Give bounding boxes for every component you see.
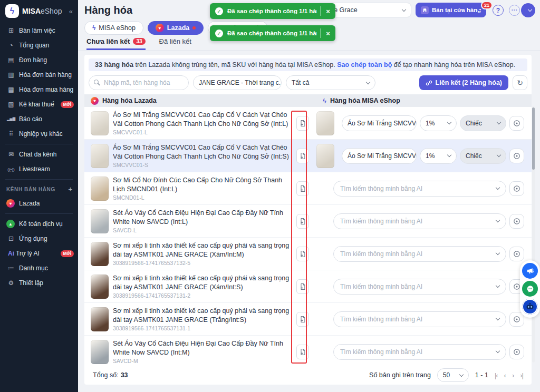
toast-close-icon[interactable]: ×	[321, 7, 335, 15]
copy-product-button[interactable]	[296, 214, 309, 229]
toast-close-icon[interactable]: ×	[321, 30, 335, 37]
add-channel-button[interactable]: +	[68, 185, 73, 193]
table-row[interactable]: Áo Sơ Mi Trắng SMCVVC01 Cao Cấp Cổ V Các…	[84, 140, 532, 172]
store-filter-select[interactable]: JANE GRACE - Thời trang c...	[193, 75, 282, 90]
linked-product-input[interactable]: Áo Sơ Mi Trắng SMCVVC01 Cao Cấp C	[342, 115, 417, 131]
tab-lazada[interactable]: ♥ Lazada	[148, 21, 204, 35]
misa-product-cell: Áo Sơ Mi Trắng SMCVVC01 Cao Cấp C1%Chiếc	[314, 144, 532, 168]
sidebar-item-ai-assistant[interactable]: AiTrợ lý AIMới	[0, 246, 78, 261]
ai-search-select[interactable]: Tìm kiếm thông minh bằng AI	[333, 311, 506, 327]
product-name: Sơ mi xếp li tinh xảo thiết kế cao cấp q…	[113, 241, 291, 259]
copy-all-link[interactable]: Sao chép toàn bộ	[337, 61, 392, 68]
row-action-button[interactable]	[509, 181, 524, 196]
chevron-down-icon	[527, 7, 532, 12]
sidebar-item-other-operations[interactable]: ⠿Nghiệp vụ khác	[0, 126, 78, 141]
ai-search-select[interactable]: Tìm kiếm thông minh bằng AI	[333, 213, 506, 229]
lazada-product-cell: Sơ Mi Cổ Nơ Đính Cúc Cao Cấp Cho Nữ Công…	[84, 176, 314, 201]
link-button-label: Liên kết (2 Hàng hóa)	[436, 79, 502, 86]
sidebar-item-apps[interactable]: ⊡Ứng dụng	[0, 231, 78, 246]
row-action-button[interactable]	[509, 149, 524, 163]
sidebar-item-reports[interactable]: ▂▅▇Báo cáo	[0, 112, 78, 126]
last-page-button[interactable]: ›|	[520, 371, 523, 379]
sidebar-section-label: KÊNH BÁN HÀNG+	[0, 182, 78, 196]
support-chat-icon[interactable]	[522, 281, 538, 297]
scrollbar-thumb[interactable]	[532, 107, 535, 170]
help-icon[interactable]: ?	[493, 5, 504, 16]
ai-search-select[interactable]: Tìm kiếm thông minh bằng AI	[333, 181, 506, 197]
tab-misa-eshop[interactable]: ϟ MISA eShop	[84, 21, 143, 35]
row-action-button[interactable]	[509, 116, 524, 131]
copy-product-button[interactable]	[296, 149, 309, 163]
copy-product-button[interactable]	[296, 247, 309, 261]
chevron-down-icon	[496, 283, 500, 288]
table-row[interactable]: Sơ Mi Cổ Nơ Đính Cúc Cao Cấp Cho Nữ Công…	[84, 172, 532, 205]
table-row[interactable]: Sét Áo Váy Cổ Cách Điệu Hiện Đại Cao Cấp…	[84, 205, 532, 238]
link-button[interactable]: Liên kết (2 Hàng hóa)	[419, 75, 508, 90]
copy-product-button[interactable]	[296, 116, 309, 131]
product-thumbnail	[91, 111, 109, 135]
announcement-megaphone-icon[interactable]	[522, 263, 538, 279]
notification-bell-icon[interactable]: 21	[476, 4, 488, 16]
lazada-product-cell: Áo Sơ Mi Trắng SMCVVC01 Cao Cấp Cổ V Các…	[84, 143, 314, 168]
ai-search-select[interactable]: Tìm kiếm thông minh bằng AI	[333, 344, 506, 360]
scrollbar[interactable]	[532, 106, 535, 362]
total-value: 33	[121, 371, 128, 379]
refresh-button[interactable]: ↻	[513, 75, 527, 90]
chevron-down-icon	[496, 349, 500, 353]
tax-select[interactable]: 1%	[420, 115, 457, 131]
sidebar-item-omnichannel-chat[interactable]: ✉Chat đa kênh	[0, 147, 78, 162]
sidebar-item-sales-invoice[interactable]: ▥Hóa đơn bán hàng	[0, 67, 78, 82]
sidebar-item-accounting-service[interactable]: ▲Kế toán dịch vụ	[0, 217, 78, 231]
product-name: Sơ mi xếp li tinh xảo thiết kế cao cấp q…	[113, 307, 291, 324]
copy-product-button[interactable]	[296, 279, 309, 294]
table-row[interactable]: Sét Áo Váy Cổ Cách Điệu Hiện Đại Cao Cấp…	[84, 336, 532, 366]
table-row[interactable]: Áo Sơ Mi Trắng SMCVVC01 Cao Cấp Cổ V Các…	[84, 107, 532, 140]
table-row[interactable]: Sơ mi xếp li tinh xảo thiết kế cao cấp q…	[84, 238, 532, 270]
prev-page-button[interactable]: ‹	[504, 371, 506, 379]
next-page-button[interactable]: ›	[512, 371, 514, 379]
sidebar-item-settings[interactable]: ⚙Thiết lập	[0, 276, 78, 290]
success-check-icon: ✓	[215, 30, 223, 37]
copy-product-button[interactable]	[296, 312, 309, 327]
lazada-product-cell: Áo Sơ Mi Trắng SMCVVC01 Cao Cấp Cổ V Các…	[84, 111, 314, 135]
sidebar-item-categories[interactable]: ≔Danh mục	[0, 261, 78, 276]
more-icon[interactable]: ⋯	[509, 5, 520, 16]
unit-value: Chiếc	[466, 152, 482, 160]
ai-search-select[interactable]: Tìm kiếm thông minh bằng AI	[333, 279, 506, 295]
filter-bar: JANE GRACE - Thời trang c... Tất cả Liên…	[89, 75, 527, 90]
sidebar-item-orders[interactable]: ▤Đơn hàng	[0, 53, 78, 67]
content-card: 33 hàng hóa trên Lazada không trùng tên,…	[84, 55, 532, 385]
sidebar-item-overview[interactable]: ◔Tổng quan	[0, 38, 78, 53]
table-row[interactable]: Sơ mi xếp li tinh xảo thiết kế cao cấp q…	[84, 270, 532, 303]
product-name: Sơ mi xếp li tinh xảo thiết kế cao cấp q…	[113, 274, 291, 291]
copy-product-button[interactable]	[296, 181, 309, 196]
user-avatar[interactable]	[521, 3, 535, 17]
chevron-down-icon	[402, 7, 406, 11]
tab-linked[interactable]: Đã liên kết	[159, 37, 191, 50]
sidebar-item-tax-declaration[interactable]: ▧Kê khai thuếMới	[0, 97, 78, 112]
linked-product-input[interactable]: Áo Sơ Mi Trắng SMCVVC01 Cao Cấp C	[342, 148, 417, 164]
sidebar-item-purchase-invoice[interactable]: ▦Hóa đơn mua hàng	[0, 82, 78, 97]
unit-select[interactable]: Chiếc	[460, 148, 506, 164]
ai-search-select[interactable]: Tìm kiếm thông minh bằng AI	[333, 246, 506, 262]
chevron-down-icon	[497, 153, 501, 157]
row-action-button[interactable]	[509, 214, 524, 229]
page-size-select[interactable]: 50	[437, 368, 469, 382]
copy-product-button[interactable]	[296, 345, 309, 359]
row-action-button[interactable]	[509, 247, 524, 261]
first-page-button[interactable]: |‹	[495, 371, 498, 379]
unit-select[interactable]: Chiếc	[460, 115, 506, 131]
search-box	[89, 75, 189, 90]
ai-chatbot-icon[interactable]	[522, 299, 538, 315]
tax-select[interactable]: 1%	[420, 148, 457, 164]
status-filter-select[interactable]: Tất cả	[286, 75, 375, 90]
sidebar-collapse-icon[interactable]: «	[68, 7, 74, 15]
sidebar-item-livestream[interactable]: ((•))Livestream	[0, 162, 78, 177]
table-row[interactable]: Sơ mi xếp li tinh xảo thiết kế cao cấp q…	[84, 303, 532, 336]
search-input[interactable]	[89, 75, 189, 90]
tab-unlinked[interactable]: Chưa liên kết 33	[86, 37, 146, 50]
sidebar-item-lazada[interactable]: ♥Lazada	[0, 196, 78, 211]
ai-search-placeholder: Tìm kiếm thông minh bằng AI	[340, 348, 422, 356]
sidebar-item-workspace[interactable]: ⊞Bàn làm việc	[0, 23, 78, 38]
row-action-button[interactable]	[509, 345, 524, 359]
